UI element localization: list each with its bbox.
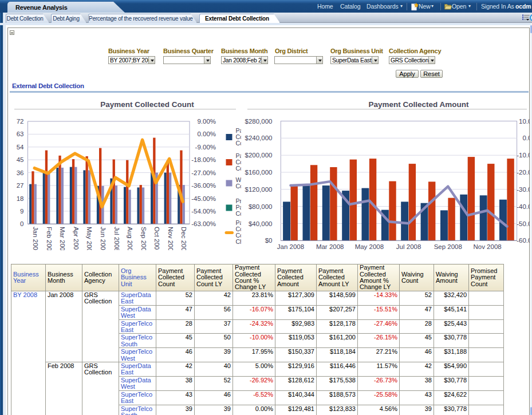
svg-text:Feb 2008: Feb 2008 [46, 227, 53, 250]
svg-text:-54.00%: -54.00% [191, 208, 216, 215]
svg-text:9.00%: 9.00% [197, 118, 216, 125]
svg-text:May 2008: May 2008 [355, 243, 384, 250]
svg-text:-18.00%: -18.00% [191, 156, 216, 163]
svg-text:Nov 2008: Nov 2008 [167, 227, 174, 250]
svg-text:45: 45 [17, 156, 24, 163]
svg-text:Count: Count [236, 183, 242, 189]
svg-text:-63.00%: -63.00% [191, 220, 216, 227]
svg-text:$160,000: $160,000 [245, 169, 273, 176]
svg-text:-50.00%: -50.00% [517, 220, 530, 227]
svg-text:Oct 2008: Oct 2008 [153, 227, 160, 250]
svg-text:Payment Collected Amount: Payment Collected Amount [368, 100, 469, 109]
svg-text:Sep 2008: Sep 2008 [434, 243, 462, 250]
svg-text:Count: Count [236, 140, 242, 147]
svg-text:-20.00%: -20.00% [517, 169, 530, 176]
svg-text:Jun 2008: Jun 2008 [100, 227, 107, 250]
svg-text:$280,000: $280,000 [245, 118, 273, 125]
svg-text:-36.00%: -36.00% [191, 182, 216, 189]
svg-text:0.00%: 0.00% [522, 135, 530, 141]
svg-text:10.00%: 10.00% [519, 118, 530, 125]
svg-text:-30.00%: -30.00% [517, 186, 530, 193]
svg-text:0.00%: 0.00% [197, 131, 216, 137]
svg-text:$200,000: $200,000 [245, 152, 273, 159]
svg-text:Jul 2008: Jul 2008 [113, 227, 120, 250]
svg-text:Dec 2008: Dec 2008 [180, 227, 187, 250]
svg-text:-10.00%: -10.00% [517, 152, 530, 159]
svg-text:Aug 2008: Aug 2008 [127, 227, 133, 250]
svg-text:36: 36 [17, 169, 24, 176]
svg-text:Jan 2008: Jan 2008 [277, 243, 304, 250]
svg-text:-60.00%: -60.00% [517, 237, 530, 244]
svg-text:Count LY: Count LY [236, 165, 242, 172]
svg-text:Mar 2008: Mar 2008 [59, 227, 66, 250]
svg-text:-27.00%: -27.00% [191, 169, 216, 176]
svg-text:May 2008: May 2008 [86, 227, 93, 250]
svg-text:$240,000: $240,000 [245, 135, 273, 141]
svg-text:Mar 2008: Mar 2008 [316, 243, 344, 250]
svg-text:Jan 2008: Jan 2008 [32, 227, 39, 250]
svg-text:$40,000: $40,000 [249, 220, 273, 227]
svg-text:$0: $0 [265, 237, 273, 244]
svg-text:Change LY: Change LY [236, 238, 242, 245]
svg-text:Count: Count [236, 210, 242, 217]
svg-text:-9.00%: -9.00% [195, 144, 216, 151]
svg-text:Sep 2008: Sep 2008 [140, 227, 147, 250]
svg-text:72: 72 [17, 118, 24, 125]
svg-text:-40.00%: -40.00% [517, 203, 530, 210]
svg-text:Jul 2008: Jul 2008 [396, 243, 421, 250]
svg-text:$80,000: $80,000 [249, 203, 273, 210]
svg-text:-45.00%: -45.00% [191, 195, 216, 202]
svg-text:$120,000: $120,000 [245, 186, 273, 193]
svg-text:Payment Collected Count: Payment Collected Count [100, 100, 194, 109]
svg-text:54: 54 [17, 144, 24, 151]
svg-text:18: 18 [17, 195, 24, 202]
svg-text:27: 27 [17, 182, 24, 189]
svg-text:63: 63 [17, 131, 24, 137]
svg-text:Apr 2008: Apr 2008 [73, 227, 80, 250]
svg-text:9: 9 [20, 208, 23, 215]
svg-text:0: 0 [20, 220, 23, 227]
svg-text:Nov 2008: Nov 2008 [473, 243, 501, 250]
